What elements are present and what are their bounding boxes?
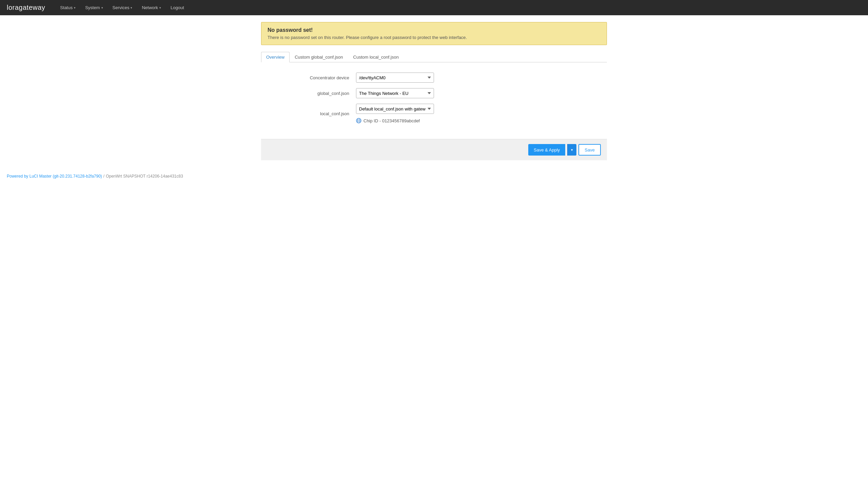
warning-text: There is no password set on this router.… bbox=[268, 35, 600, 40]
form-row-global-conf: global_conf.json The Things Network - EU… bbox=[261, 88, 607, 98]
navbar: loragateway Status ▾ System ▾ Services ▾… bbox=[0, 0, 868, 15]
page-footer: Powered by LuCI Master (git-20.231.74128… bbox=[0, 167, 868, 185]
footer-version: OpenWrt SNAPSHOT r14206-14ae431c83 bbox=[106, 174, 183, 179]
chevron-down-icon: ▾ bbox=[131, 6, 132, 9]
global-conf-control-wrap: The Things Network - EU The Things Netwo… bbox=[356, 88, 434, 98]
navbar-brand[interactable]: loragateway bbox=[7, 4, 45, 12]
footer-luci-link[interactable]: Powered by LuCI Master (git-20.231.74128… bbox=[7, 174, 102, 179]
tab-custom-global-label: Custom global_conf.json bbox=[295, 55, 343, 60]
tab-custom-global[interactable]: Custom global_conf.json bbox=[290, 52, 348, 62]
footer-bar: Save & Apply ▾ Save bbox=[261, 139, 607, 160]
chevron-down-icon: ▾ bbox=[159, 6, 161, 9]
warning-title: No password set! bbox=[268, 27, 600, 33]
local-conf-label: local_conf.json bbox=[261, 111, 356, 116]
main-content: No password set! There is no password se… bbox=[254, 15, 614, 167]
save-apply-button[interactable]: Save & Apply bbox=[528, 144, 565, 156]
chevron-down-icon: ▾ bbox=[74, 6, 76, 9]
chip-info: Chip ID - 0123456789abcdef bbox=[356, 118, 434, 123]
globe-icon bbox=[356, 118, 361, 123]
warning-box: No password set! There is no password se… bbox=[261, 22, 607, 45]
nav-item-status[interactable]: Status ▾ bbox=[55, 0, 80, 15]
save-apply-dropdown-button[interactable]: ▾ bbox=[567, 144, 576, 156]
nav-label-status: Status bbox=[60, 5, 73, 10]
form-row-local-conf: local_conf.json Default local_conf.json … bbox=[261, 104, 607, 123]
concentrator-device-label: Concentrator device bbox=[261, 75, 356, 80]
form-row-concentrator: Concentrator device /dev/ttyACM0 /dev/tt… bbox=[261, 73, 607, 83]
local-conf-select[interactable]: Default local_conf.json with gatew Custo… bbox=[356, 104, 434, 114]
nav-item-network[interactable]: Network ▾ bbox=[137, 0, 166, 15]
dropdown-caret-icon: ▾ bbox=[571, 148, 573, 152]
nav-item-system[interactable]: System ▾ bbox=[80, 0, 107, 15]
global-conf-label: global_conf.json bbox=[261, 91, 356, 96]
form-section: Concentrator device /dev/ttyACM0 /dev/tt… bbox=[261, 69, 607, 136]
nav-label-system: System bbox=[85, 5, 100, 10]
tabs: Overview Custom global_conf.json Custom … bbox=[261, 52, 607, 62]
nav-item-services[interactable]: Services ▾ bbox=[108, 0, 137, 15]
tab-custom-local-label: Custom local_conf.json bbox=[353, 55, 399, 60]
tab-overview-label: Overview bbox=[266, 55, 284, 60]
chevron-down-icon: ▾ bbox=[101, 6, 103, 9]
footer-separator: / bbox=[103, 174, 104, 179]
concentrator-device-select[interactable]: /dev/ttyACM0 /dev/ttyACM1 /dev/ttyUSB0 bbox=[356, 73, 434, 83]
save-button[interactable]: Save bbox=[578, 144, 601, 156]
nav-label-logout: Logout bbox=[171, 5, 184, 10]
tab-overview[interactable]: Overview bbox=[261, 52, 290, 62]
tab-custom-local[interactable]: Custom local_conf.json bbox=[348, 52, 404, 62]
nav-label-services: Services bbox=[113, 5, 130, 10]
nav-item-logout[interactable]: Logout bbox=[166, 0, 189, 15]
global-conf-select[interactable]: The Things Network - EU The Things Netwo… bbox=[356, 88, 434, 98]
local-conf-control-wrap: Default local_conf.json with gatew Custo… bbox=[356, 104, 434, 123]
chip-id-text: Chip ID - 0123456789abcdef bbox=[363, 118, 420, 123]
nav-label-network: Network bbox=[142, 5, 158, 10]
concentrator-control-wrap: /dev/ttyACM0 /dev/ttyACM1 /dev/ttyUSB0 bbox=[356, 73, 434, 83]
